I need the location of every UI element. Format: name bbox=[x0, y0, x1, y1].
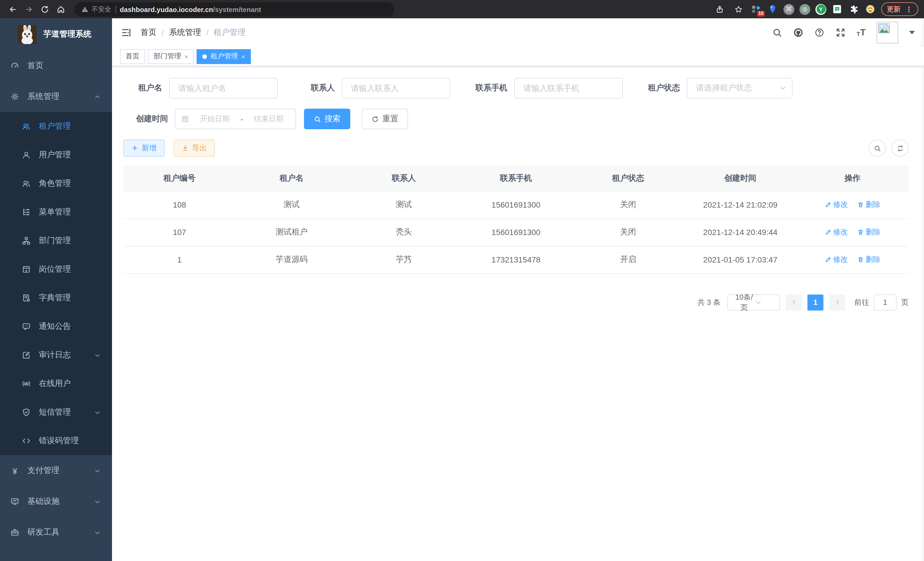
sidebar-item-online-users[interactable]: 在线用户 bbox=[0, 369, 112, 398]
sidebar-item-role[interactable]: 角色管理 bbox=[0, 169, 112, 198]
sidebar-item-notice[interactable]: 通知公告 bbox=[0, 312, 112, 341]
tab-dept[interactable]: 部门管理× bbox=[148, 49, 194, 64]
sidebar-menu: 首页 系统管理 租户管理 用户管理 角色管理 bbox=[0, 50, 112, 561]
bookmark-star-icon[interactable] bbox=[731, 2, 745, 16]
fullscreen-icon[interactable] bbox=[836, 27, 846, 38]
font-size-icon[interactable]: TT bbox=[856, 28, 866, 37]
url-bar[interactable]: 不安全 dashboard.yudao.iocoder.cn/system/te… bbox=[74, 2, 394, 16]
screen: 不安全 dashboard.yudao.iocoder.cn/system/te… bbox=[0, 0, 924, 561]
cell-tenant-name: 芋道源码 bbox=[236, 246, 348, 273]
contact-input[interactable] bbox=[342, 78, 450, 98]
cell-actions: 修改删除 bbox=[796, 191, 909, 218]
breadcrumb-home[interactable]: 首页 bbox=[141, 27, 157, 38]
next-page-button[interactable] bbox=[829, 294, 845, 310]
sidebar-item-post[interactable]: 岗位管理 bbox=[0, 255, 112, 284]
reload-icon[interactable] bbox=[38, 2, 51, 16]
extension-chat-icon[interactable] bbox=[831, 3, 843, 15]
share-icon[interactable] bbox=[712, 2, 726, 16]
code-icon bbox=[22, 436, 31, 445]
filter-row-2: 创建时间 开始日期 - 结束日期 搜索 重置 bbox=[123, 109, 909, 129]
delete-link[interactable]: 删除 bbox=[857, 227, 880, 237]
sidebar-item-label: 错误码管理 bbox=[39, 436, 79, 446]
user-avatar[interactable] bbox=[877, 22, 898, 44]
modify-link[interactable]: 修改 bbox=[825, 200, 848, 210]
pagination-goto: 前往 页 bbox=[854, 294, 909, 310]
table-row: 1 芋道源码 芋艿 17321315478 开启 2021-01-05 17:0… bbox=[123, 246, 909, 273]
sidebar-item-system[interactable]: 系统管理 bbox=[0, 81, 112, 112]
cell-contact: 测试 bbox=[348, 191, 460, 218]
goto-page-input[interactable] bbox=[874, 294, 897, 310]
add-button[interactable]: 新增 bbox=[123, 140, 165, 157]
tab-tenant[interactable]: 租户管理× bbox=[197, 49, 251, 64]
profile-avatar-icon[interactable] bbox=[865, 3, 876, 15]
extension-tabs-icon[interactable]: 10 bbox=[750, 3, 762, 15]
toggle-search-button[interactable] bbox=[868, 140, 886, 157]
sidebar-item-dept[interactable]: 部门管理 bbox=[0, 226, 112, 255]
extension-y-icon[interactable]: Y bbox=[815, 4, 826, 15]
mobile-input[interactable] bbox=[514, 78, 623, 98]
extension-command-icon[interactable]: ⌘ bbox=[783, 4, 794, 15]
search-icon[interactable] bbox=[772, 27, 782, 38]
app-logo[interactable]: 芋道管理系统 bbox=[0, 18, 112, 50]
status-select[interactable]: 请选择租户状态 bbox=[687, 78, 793, 98]
search-icon bbox=[314, 115, 321, 123]
avatar-caret-icon[interactable] bbox=[909, 31, 915, 34]
sidebar-item-home[interactable]: 首页 bbox=[0, 50, 112, 81]
tenant-name-input[interactable] bbox=[169, 78, 278, 98]
extension-dot-icon[interactable] bbox=[800, 4, 810, 15]
extension-badge: 10 bbox=[757, 11, 765, 17]
chevron-left-icon bbox=[790, 299, 797, 305]
delete-link[interactable]: 删除 bbox=[857, 254, 880, 265]
browser-update-button[interactable]: 更新 ⋮ bbox=[881, 2, 918, 16]
sidebar-item-menu[interactable]: 菜单管理 bbox=[0, 198, 112, 226]
sidebar-item-audit-log[interactable]: 审计日志 bbox=[0, 341, 112, 369]
breadcrumb-current: 租户管理 bbox=[214, 27, 246, 38]
reset-button[interactable]: 重置 bbox=[362, 109, 408, 129]
extensions-puzzle-icon[interactable] bbox=[848, 3, 860, 15]
filter-row-1: 租户名 联系人 联系手机 租户状态 请选择租户状态 bbox=[123, 78, 909, 98]
filter-tenant-name: 租户名 bbox=[123, 78, 278, 98]
sidebar-item-label: 系统管理 bbox=[27, 92, 59, 102]
sidebar-item-infra[interactable]: 基础设施 bbox=[0, 486, 112, 517]
page-number-1[interactable]: 1 bbox=[807, 294, 824, 310]
chevron-down-icon bbox=[94, 498, 100, 505]
browser-menu-icon[interactable]: ⋮ bbox=[905, 5, 913, 14]
modify-link[interactable]: 修改 bbox=[825, 254, 848, 265]
filter-mobile: 联系手机 bbox=[469, 78, 623, 98]
home-icon[interactable] bbox=[54, 2, 68, 16]
prev-page-button[interactable] bbox=[786, 294, 802, 310]
sidebar-item-pay[interactable]: ¥ 支付管理 bbox=[0, 455, 112, 486]
cell-status: 关闭 bbox=[572, 191, 684, 218]
back-icon[interactable] bbox=[6, 2, 20, 16]
page-size-select[interactable]: 10条/页 bbox=[728, 294, 780, 310]
sidebar-item-label: 审计日志 bbox=[39, 350, 71, 360]
date-range-picker[interactable]: 开始日期 - 结束日期 bbox=[175, 109, 296, 129]
page-size-value: 10条/页 bbox=[734, 292, 754, 313]
sidebar-item-sms[interactable]: 短信管理 bbox=[0, 398, 112, 427]
sidebar-item-label: 首页 bbox=[27, 61, 44, 71]
modify-link[interactable]: 修改 bbox=[825, 227, 848, 237]
search-button[interactable]: 搜索 bbox=[304, 109, 350, 129]
security-chip[interactable]: 不安全 bbox=[81, 5, 111, 14]
sidebar-collapse-icon[interactable] bbox=[121, 27, 131, 38]
search-icon bbox=[873, 144, 881, 152]
refresh-table-button[interactable] bbox=[891, 140, 909, 157]
sidebar-item-label: 字典管理 bbox=[39, 293, 71, 303]
edit-icon bbox=[825, 201, 831, 208]
extension-balloon-icon[interactable] bbox=[767, 3, 778, 15]
delete-link[interactable]: 删除 bbox=[857, 200, 880, 210]
forward-icon[interactable] bbox=[22, 2, 35, 16]
tab-close-icon[interactable]: × bbox=[184, 53, 188, 60]
export-button[interactable]: 导出 bbox=[174, 140, 215, 157]
github-icon[interactable] bbox=[793, 27, 803, 38]
sidebar-item-label: 基础设施 bbox=[27, 496, 59, 507]
sidebar-item-errcode[interactable]: 错误码管理 bbox=[0, 427, 112, 455]
tab-home[interactable]: 首页 bbox=[120, 49, 145, 64]
tab-close-icon[interactable]: × bbox=[242, 53, 245, 60]
sidebar-item-user[interactable]: 用户管理 bbox=[0, 141, 112, 169]
help-icon[interactable] bbox=[814, 27, 825, 38]
sidebar-item-dict[interactable]: 字典管理 bbox=[0, 284, 112, 312]
sidebar-item-devtool[interactable]: 研发工具 bbox=[0, 517, 112, 548]
breadcrumb-system[interactable]: 系统管理 bbox=[169, 27, 201, 38]
sidebar-item-tenant[interactable]: 租户管理 bbox=[0, 112, 112, 141]
